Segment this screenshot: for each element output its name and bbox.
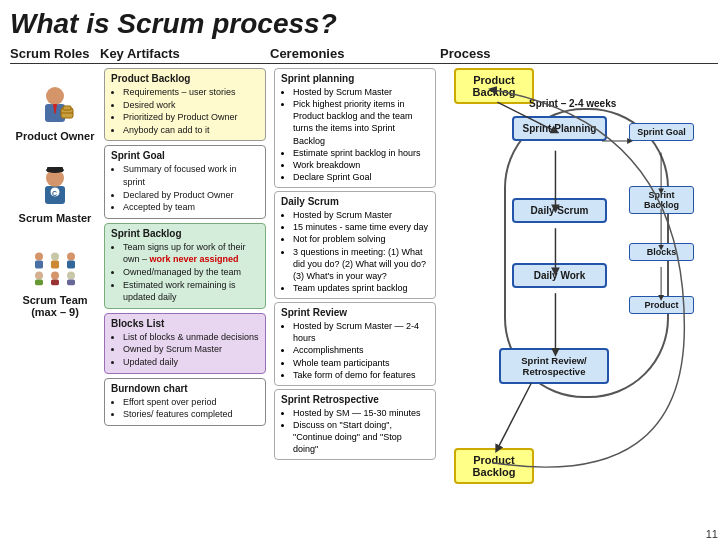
ceremony-daily-scrum-list: Hosted by Scrum Master 15 minutes - same… <box>281 209 429 294</box>
list-item: Hosted by SM — 15-30 minutes <box>293 407 429 419</box>
svg-line-28 <box>497 383 531 449</box>
svg-rect-4 <box>63 106 71 110</box>
list-item: Estimated work remaining is updated dail… <box>123 279 259 304</box>
product-owner-icon <box>31 78 79 126</box>
process-blocks: Blocks <box>629 243 694 261</box>
svg-point-16 <box>67 252 75 260</box>
artifact-burndown-chart: Burndown chart Effort spent over period … <box>104 378 266 426</box>
ceremony-sprint-planning-title: Sprint planning <box>281 73 429 84</box>
ceremonies-column: Sprint planning Hosted by Scrum Master P… <box>270 68 440 528</box>
process-sprint-review: Sprint Review/ Retrospective <box>499 348 609 384</box>
artifact-sprint-goal-list: Summary of focused work in sprint Declar… <box>111 163 259 213</box>
list-item: List of blocks & unmade decisions <box>123 331 259 344</box>
process-daily-work: Daily Work <box>512 263 607 288</box>
role-scrum-team: Scrum Team (max – 9) <box>22 242 87 318</box>
ceremony-sprint-review-list: Hosted by Scrum Master — 2-4 hours Accom… <box>281 320 429 381</box>
list-item: Anybody can add to it <box>123 124 259 137</box>
process-daily-scrum: Daily Scrum <box>512 198 607 223</box>
process-column: Product Backlog Sprint – 2-4 weeks Sprin… <box>440 68 700 528</box>
list-item: Hosted by Scrum Master <box>293 209 429 221</box>
ceremony-sprint-planning: Sprint planning Hosted by Scrum Master P… <box>274 68 436 188</box>
sprint-label: Sprint – 2-4 weeks <box>529 98 616 109</box>
svg-rect-9 <box>47 167 63 172</box>
page-title: What is Scrum process? <box>10 8 718 40</box>
svg-point-14 <box>51 252 59 260</box>
list-item: Pick highest priority items in Product b… <box>293 98 429 147</box>
svg-rect-19 <box>35 280 43 286</box>
list-item: Accomplishments <box>293 344 429 356</box>
ceremony-sprint-retrospective-title: Sprint Retrospective <box>281 394 429 405</box>
artifact-sprint-goal-title: Sprint Goal <box>111 150 259 161</box>
svg-point-22 <box>67 272 75 280</box>
ceremony-daily-scrum-title: Daily Scrum <box>281 196 429 207</box>
list-item: Requirements – user stories <box>123 86 259 99</box>
svg-rect-23 <box>67 280 75 286</box>
artifact-burndown-title: Burndown chart <box>111 383 259 394</box>
process-sprint-planning: Sprint Planning <box>512 116 607 141</box>
svg-text:C: C <box>52 190 57 197</box>
list-item: 15 minutes - same time every day <box>293 221 429 233</box>
list-item: Whole team participants <box>293 357 429 369</box>
ceremony-sprint-review: Sprint Review Hosted by Scrum Master — 2… <box>274 302 436 386</box>
columns-header: Scrum Roles Key Artifacts Ceremonies Pro… <box>10 46 718 64</box>
list-item: Summary of focused work in sprint <box>123 163 259 188</box>
list-item: Team signs up for work of their own – wo… <box>123 241 259 266</box>
page-number: 11 <box>706 528 718 540</box>
role-scrum-master: C Scrum Master <box>19 160 92 224</box>
svg-point-1 <box>46 87 64 105</box>
artifact-blocks-list-items: List of blocks & unmade decisions Owned … <box>111 331 259 369</box>
list-item: Accepted by team <box>123 201 259 214</box>
ceremony-sprint-retrospective-list: Hosted by SM — 15-30 minutes Discuss on … <box>281 407 429 456</box>
list-item: Declare Sprint Goal <box>293 171 429 183</box>
ceremony-sprint-review-title: Sprint Review <box>281 307 429 318</box>
list-item: Stories/ features completed <box>123 408 259 421</box>
list-item: Discuss on "Start doing", "Continue doin… <box>293 419 429 455</box>
list-item: Prioritized by Product Owner <box>123 111 259 124</box>
process-sprint-backlog: Sprint Backlog <box>629 186 694 214</box>
list-item: Hosted by Scrum Master — 2-4 hours <box>293 320 429 344</box>
col-ceremonies-header: Ceremonies <box>270 46 440 61</box>
process-product-backlog-top: Product Backlog <box>454 68 534 104</box>
artifact-product-backlog-list: Requirements – user stories Desired work… <box>111 86 259 136</box>
col-artifacts-header: Key Artifacts <box>100 46 270 61</box>
process-diagram: Product Backlog Sprint – 2-4 weeks Sprin… <box>444 68 696 528</box>
artifact-burndown-list: Effort spent over period Stories/ featur… <box>111 396 259 421</box>
svg-rect-21 <box>51 280 59 286</box>
scrum-team-label: Scrum Team (max – 9) <box>22 294 87 318</box>
ceremony-sprint-retrospective: Sprint Retrospective Hosted by SM — 15-3… <box>274 389 436 461</box>
list-item: Take form of demo for features <box>293 369 429 381</box>
list-item: Declared by Product Owner <box>123 189 259 202</box>
scrum-team-icon <box>31 242 79 290</box>
process-sprint-goal: Sprint Goal <box>629 123 694 141</box>
svg-rect-13 <box>35 260 43 268</box>
artifact-product-backlog-title: Product Backlog <box>111 73 259 84</box>
artifact-blocks-list-title: Blocks List <box>111 318 259 329</box>
product-owner-label: Product Owner <box>16 130 95 142</box>
list-item: Owned by Scrum Master <box>123 343 259 356</box>
list-item: Estimate sprint backlog in hours <box>293 147 429 159</box>
list-item: Desired work <box>123 99 259 112</box>
process-product: Product <box>629 296 694 314</box>
list-item: Owned/managed by the team <box>123 266 259 279</box>
svg-point-20 <box>51 272 59 280</box>
list-item: Not for problem solving <box>293 233 429 245</box>
artifacts-column: Product Backlog Requirements – user stor… <box>100 68 270 528</box>
scrum-master-icon: C <box>31 160 79 208</box>
ceremony-sprint-planning-list: Hosted by Scrum Master Pick highest prio… <box>281 86 429 183</box>
role-product-owner: Product Owner <box>16 78 95 142</box>
svg-point-18 <box>35 272 43 280</box>
list-item: Work breakdown <box>293 159 429 171</box>
col-roles-header: Scrum Roles <box>10 46 100 61</box>
page: What is Scrum process? Scrum Roles Key A… <box>0 0 728 546</box>
main-content: Product Owner C Scrum Master <box>10 68 718 528</box>
list-item: Team updates sprint backlog <box>293 282 429 294</box>
list-item: Effort spent over period <box>123 396 259 409</box>
artifact-sprint-goal: Sprint Goal Summary of focused work in s… <box>104 145 266 218</box>
list-item: 3 questions in meeting: (1) What did you… <box>293 246 429 282</box>
artifact-sprint-backlog-list: Team signs up for work of their own – wo… <box>111 241 259 304</box>
artifact-sprint-backlog-title: Sprint Backlog <box>111 228 259 239</box>
svg-rect-17 <box>67 260 75 268</box>
scrum-master-label: Scrum Master <box>19 212 92 224</box>
svg-point-12 <box>35 252 43 260</box>
ceremony-daily-scrum: Daily Scrum Hosted by Scrum Master 15 mi… <box>274 191 436 299</box>
